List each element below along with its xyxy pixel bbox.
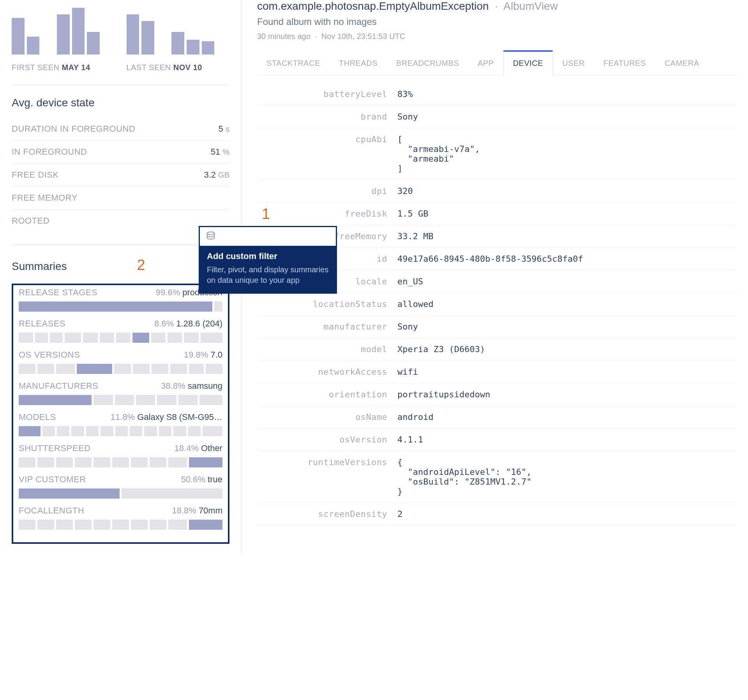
chart-bar [171, 32, 184, 55]
device-row: runtimeVersions{ "androidApiLevel": "16"… [257, 451, 736, 503]
device-key: dpi [257, 180, 397, 203]
device-row: orientationportraitupsidedown [257, 383, 736, 406]
add-custom-filter-tooltip[interactable]: Add custom filter Filter, pivot, and dis… [199, 226, 337, 294]
avg-row: FREE DISK3.2GB [12, 164, 229, 187]
device-row: osNameandroid [257, 406, 736, 428]
chart-bar [141, 21, 154, 55]
summaries-panel: RELEASE STAGES99.6%productionRELEASES8.6… [12, 284, 229, 544]
chart-bar [27, 37, 40, 55]
summary-label: 1.28.6 (204) [176, 319, 222, 328]
device-value: 4.1.1 [397, 428, 736, 451]
summary-pct: 50.6% [181, 474, 205, 484]
device-row: batteryLevel83% [257, 83, 736, 106]
avg-value: 51% [192, 141, 229, 164]
avg-row: ROOTED [12, 210, 229, 233]
summary-item[interactable]: RELEASES8.6%1.28.6 (204) [19, 319, 222, 343]
summary-key: MANUFACTURERS [19, 381, 99, 391]
device-row: locationStatusallowed [257, 293, 736, 316]
summary-item[interactable]: MANUFACTURERS38.8%samsung [19, 381, 222, 405]
avg-device-state-title: Avg. device state [12, 97, 229, 109]
last-seen-label: LAST SEEN [127, 63, 171, 72]
summary-bar [19, 395, 222, 405]
avg-row: DURATION IN FOREGROUND5s [12, 118, 229, 141]
summary-item[interactable]: FOCALLENGTH18.8%70mm [19, 506, 222, 530]
device-value: portraitupsidedown [397, 383, 736, 406]
device-key: batteryLevel [257, 83, 397, 106]
device-value: allowed [397, 293, 736, 316]
tab-app[interactable]: APP [468, 50, 503, 75]
summary-key: FOCALLENGTH [19, 506, 84, 516]
first-seen-date: MAY 14 [62, 63, 90, 72]
filter-icon [200, 227, 336, 246]
device-key: manufacturer [257, 316, 397, 338]
tab-camera[interactable]: CAMERA [655, 50, 709, 75]
summary-item[interactable]: MODELS11.8%Galaxy S8 (SM-G95… [19, 412, 222, 436]
device-value: 320 [397, 180, 736, 203]
summary-item[interactable]: SHUTTERSPEED18.4%Other [19, 443, 222, 467]
summary-key: MODELS [19, 412, 56, 422]
avg-value: 3.2GB [192, 164, 229, 187]
summary-item[interactable]: OS VERSIONS19.8%7.0 [19, 350, 222, 374]
device-key: networkAccess [257, 361, 397, 383]
summaries-title: Summaries [12, 260, 67, 273]
chart-bar [87, 32, 100, 55]
device-key: osName [257, 406, 397, 428]
error-message: Found album with no images [257, 16, 736, 27]
summary-item[interactable]: VIP CUSTOMER50.6%true [19, 474, 222, 499]
device-value: 49e17a66-8945-480b-8f58-3596c5c8fa0f [397, 248, 736, 270]
callout-1: 1 [262, 206, 270, 222]
device-value: 33.2 MB [397, 225, 736, 248]
summary-key: OS VERSIONS [19, 350, 80, 360]
device-row: manufacturerSony [257, 316, 736, 338]
first-seen-label: FIRST SEEN [12, 63, 59, 72]
summary-label: 70mm [199, 506, 222, 515]
summary-label: 7.0 [210, 350, 222, 360]
summary-label: true [208, 474, 222, 484]
device-key: locationStatus [257, 293, 397, 316]
chart-bar [57, 14, 70, 55]
summary-bar [19, 302, 222, 312]
summary-item[interactable]: RELEASE STAGES99.6%production [19, 287, 222, 312]
error-title: com.example.photosnap.EmptyAlbumExceptio… [257, 0, 736, 12]
exception-location: AlbumView [503, 0, 558, 12]
summary-pct: 38.8% [161, 381, 185, 391]
device-value: wifi [397, 361, 736, 383]
summary-label: Galaxy S8 (SM-G95… [137, 412, 222, 422]
avg-key: DURATION IN FOREGROUND [12, 118, 192, 141]
device-value: en_US [397, 270, 736, 293]
avg-key: FREE DISK [12, 164, 192, 187]
chart-bar [202, 41, 215, 55]
device-row: freeDisk1.5 GB [257, 203, 736, 225]
chart-bar [12, 18, 25, 55]
tab-user[interactable]: USER [553, 50, 594, 75]
summary-label: Other [201, 443, 222, 453]
device-row: screenDensity2 [257, 503, 736, 525]
device-row: brandSony [257, 106, 736, 128]
tab-device[interactable]: DEVICE [503, 50, 553, 75]
callout-2: 2 [137, 257, 145, 273]
first-seen-chart: FIRST SEEN MAY 14 [12, 8, 115, 72]
avg-key: ROOTED [12, 210, 192, 233]
device-value: { "androidApiLevel": "16", "osBuild": "Z… [397, 451, 736, 503]
device-value: Sony [397, 106, 736, 128]
summary-key: RELEASES [19, 319, 65, 329]
avg-row: FREE MEMORY [12, 187, 229, 210]
tooltip-title: Add custom filter [207, 251, 277, 261]
chart-bar [72, 8, 85, 55]
summary-key: RELEASE STAGES [19, 287, 97, 298]
avg-device-state-table: DURATION IN FOREGROUND5sIN FOREGROUND51%… [12, 118, 229, 232]
svg-point-0 [207, 232, 215, 235]
tab-threads[interactable]: THREADS [330, 50, 387, 75]
avg-key: FREE MEMORY [12, 187, 192, 210]
device-value: 2 [397, 503, 736, 525]
device-row: cpuAbi[ "armeabi-v7a", "armeabi" ] [257, 128, 736, 180]
device-key: model [257, 338, 397, 361]
last-seen-date: NOV 10 [173, 63, 202, 72]
avg-value [192, 187, 229, 210]
tab-breadcrumbs[interactable]: BREADCRUMBS [387, 50, 468, 75]
device-properties-table: batteryLevel83%brandSonycpuAbi[ "armeabi… [257, 83, 736, 525]
tab-features[interactable]: FEATURES [594, 50, 655, 75]
summary-pct: 19.8% [184, 350, 208, 360]
device-key: runtimeVersions [257, 451, 397, 503]
tab-stacktrace[interactable]: STACKTRACE [257, 50, 330, 75]
